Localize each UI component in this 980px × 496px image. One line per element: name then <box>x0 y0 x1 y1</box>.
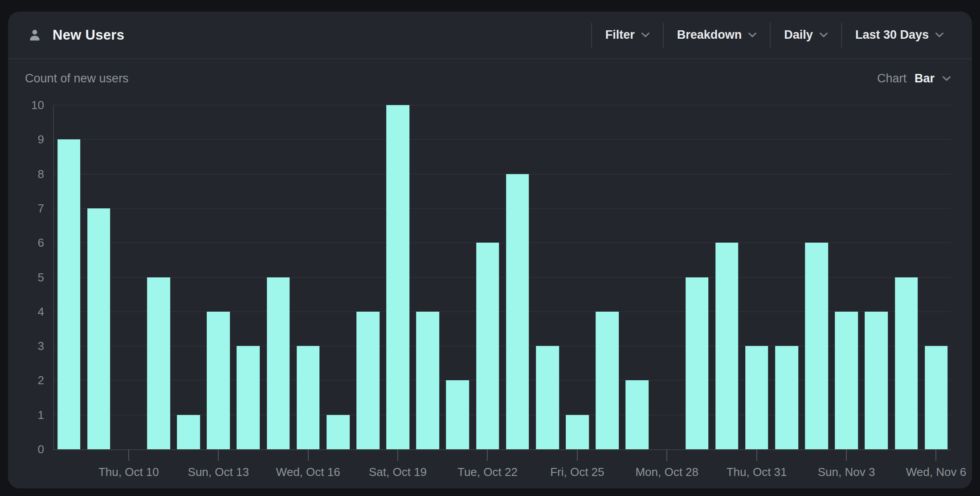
chevron-down-icon <box>641 32 649 38</box>
header-controls: FilterBreakdownDailyLast 30 Days <box>591 23 957 48</box>
chevron-down-icon <box>935 32 943 38</box>
bar-slot <box>383 105 413 449</box>
chart-type-caption: Chart <box>877 72 906 85</box>
bar[interactable] <box>356 312 380 449</box>
x-axis-tick <box>128 449 129 461</box>
x-axis-tick-label: Fri, Oct 25 <box>550 465 604 479</box>
x-axis-tick <box>666 449 667 461</box>
bar[interactable] <box>476 243 499 449</box>
bar-slot <box>54 105 84 449</box>
y-axis-tick-label: 4 <box>38 306 44 317</box>
bar[interactable] <box>536 346 559 449</box>
bar-slot <box>473 105 502 449</box>
bar[interactable] <box>775 346 798 449</box>
bar-slot <box>712 105 742 449</box>
bar-slot <box>84 105 114 449</box>
bar-slot <box>443 105 473 449</box>
widget-title: New Users <box>53 27 124 43</box>
x-axis-tick-label: Thu, Oct 10 <box>98 465 159 479</box>
bar[interactable] <box>177 415 200 449</box>
bar-slot <box>682 105 712 449</box>
x-axis-tick-label: Sat, Oct 19 <box>369 465 427 479</box>
bar-slot <box>204 105 233 449</box>
bar[interactable] <box>87 208 110 449</box>
bar-slot <box>263 105 293 449</box>
y-axis-tick-label: 7 <box>38 203 44 214</box>
bar-slot <box>592 105 622 449</box>
x-axis-tick <box>308 449 309 461</box>
bar[interactable] <box>327 415 350 449</box>
bar[interactable] <box>147 277 170 450</box>
bar[interactable] <box>596 312 619 449</box>
bar-series <box>54 105 951 449</box>
bar[interactable] <box>506 174 529 449</box>
chevron-down-icon <box>820 32 828 38</box>
chevron-down-icon <box>748 32 756 38</box>
bar-slot <box>353 105 383 449</box>
x-axis-tick <box>756 449 757 461</box>
x-axis-tick-label: Wed, Nov 6 <box>906 465 966 479</box>
bar[interactable] <box>745 346 768 449</box>
control-label: Last 30 Days <box>855 28 929 42</box>
bar[interactable] <box>297 346 320 449</box>
chevron-down-icon <box>943 76 951 81</box>
chart-type-selected-value: Bar <box>915 72 935 85</box>
bar-slot <box>742 105 772 449</box>
bar-slot <box>293 105 323 449</box>
x-axis-tick-label: Sun, Oct 13 <box>188 465 249 479</box>
bar[interactable] <box>805 243 828 449</box>
control-daily[interactable]: Daily <box>771 28 841 42</box>
x-axis-tick <box>846 449 847 461</box>
bar[interactable] <box>446 380 470 449</box>
y-axis-tick-label: 8 <box>38 168 44 180</box>
bar-slot <box>652 105 682 449</box>
person-icon <box>27 27 43 43</box>
x-axis-tick <box>487 449 488 461</box>
control-filter[interactable]: Filter <box>592 28 663 42</box>
bar-slot <box>174 105 204 449</box>
y-axis-tick-label: 10 <box>31 99 44 111</box>
bar[interactable] <box>207 312 230 449</box>
bar[interactable] <box>267 277 290 450</box>
bar-slot <box>862 105 891 449</box>
chart-toolbar: Count of new users Chart Bar <box>8 59 972 85</box>
bar[interactable] <box>715 243 739 449</box>
y-axis-tick-label: 5 <box>38 272 44 283</box>
control-last-30-days[interactable]: Last 30 Days <box>842 28 957 42</box>
y-axis-tick-label: 9 <box>38 134 44 145</box>
bar[interactable] <box>566 415 589 449</box>
y-axis-tick-label: 6 <box>38 237 44 248</box>
bar[interactable] <box>237 346 260 449</box>
metric-label: Count of new users <box>25 72 129 85</box>
bar[interactable] <box>835 312 858 449</box>
bar[interactable] <box>416 312 439 449</box>
y-axis-tick-label: 1 <box>38 409 44 421</box>
x-axis-tick-label: Sun, Nov 3 <box>818 465 875 479</box>
x-axis-tick-label: Mon, Oct 28 <box>635 465 698 479</box>
control-label: Filter <box>605 28 635 42</box>
bar[interactable] <box>386 105 409 449</box>
x-axis-tick <box>935 449 936 461</box>
bar-slot <box>891 105 921 449</box>
bar[interactable] <box>686 277 709 450</box>
plot-area: 012345678910Thu, Oct 10Sun, Oct 13Wed, O… <box>53 105 951 450</box>
bar-slot <box>562 105 592 449</box>
bar[interactable] <box>925 346 948 449</box>
bar[interactable] <box>865 312 888 449</box>
bar-slot <box>114 105 143 449</box>
control-label: Daily <box>784 28 813 42</box>
bar[interactable] <box>895 277 918 450</box>
y-axis-tick-label: 0 <box>38 443 44 455</box>
x-axis-tick <box>397 449 398 461</box>
x-axis-tick-label: Thu, Oct 31 <box>727 465 787 479</box>
bar-slot <box>413 105 443 449</box>
bar-slot <box>323 105 353 449</box>
bar[interactable] <box>57 139 81 449</box>
chart-type-dropdown[interactable]: Chart Bar <box>877 72 951 85</box>
widget-header: New Users FilterBreakdownDailyLast 30 Da… <box>8 12 972 59</box>
bar[interactable] <box>625 380 649 449</box>
x-axis-tick <box>577 449 578 461</box>
x-axis-tick-label: Wed, Oct 16 <box>276 465 340 479</box>
control-label: Breakdown <box>677 28 742 42</box>
control-breakdown[interactable]: Breakdown <box>664 28 770 42</box>
